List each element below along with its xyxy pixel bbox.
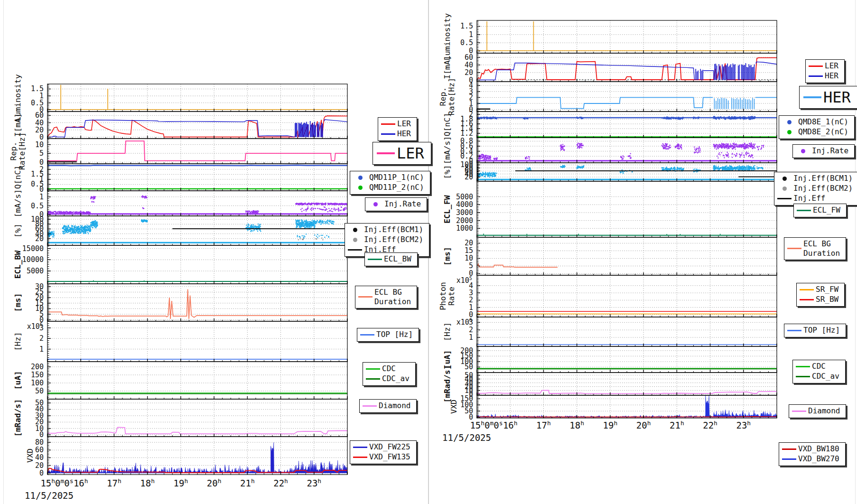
svg-text:Photon: Photon (438, 282, 447, 310)
svg-text:40: 40 (35, 453, 44, 462)
left-subplot-rep-rate-hz: 0510Rep.Rate[Hz] (9, 132, 347, 170)
left-subplot-mrad-s: 01020304050[mRad/s] (13, 399, 347, 439)
legend-line-marker (364, 374, 382, 384)
svg-text:22h: 22h (273, 477, 288, 488)
svg-text:20h: 20h (636, 420, 651, 430)
left-subplot-ma-s: 00.51[mA/s] (13, 189, 347, 219)
left-legend-ler: LERHER (378, 117, 417, 141)
right-legend-sr-fw: SR_FWSR_BW (796, 283, 845, 307)
svg-text:Rate[Hz]: Rate[Hz] (18, 132, 27, 170)
legend-item-her: HER (379, 129, 413, 139)
legend-line-marker (807, 71, 825, 81)
legend-label: LER (825, 61, 840, 71)
svg-text:5: 5 (469, 261, 473, 270)
legend-dot-marker (346, 225, 364, 235)
svg-text:10: 10 (35, 140, 44, 149)
svg-text:50: 50 (35, 399, 44, 407)
legend-line-marker (356, 292, 374, 302)
legend-label: Inj.Eff(BCM1) (793, 174, 855, 183)
background-monitor-screenshot: 00.511.5Luminosity0204060I[mA]0510Rep.Ra… (0, 0, 857, 504)
svg-text:19h: 19h (174, 477, 188, 488)
legend-line-marker (798, 295, 816, 305)
legend-label: QMD8E_1(nC) (798, 117, 850, 127)
svg-text:[ms]: [ms] (443, 247, 452, 266)
svg-text:5000: 5000 (27, 267, 44, 275)
legend-line-marker (346, 245, 364, 255)
right-legend-cdc: CDCCDC_av (792, 360, 846, 383)
right-legend-qmd8e-1-nc: QMD8E_1(nC)QMD8E_2(nC) (779, 115, 855, 139)
svg-text:17h: 17h (107, 477, 121, 488)
legend-dot-marker (775, 174, 793, 184)
legend-dot-marker (366, 199, 384, 209)
legend-item-cdc: CDC (794, 362, 841, 372)
svg-text:19h: 19h (603, 420, 618, 430)
right-legend-ler: LERHER (805, 59, 845, 83)
legend-item-ecl-bg-duration: ECL BG Duration (785, 239, 842, 258)
legend-line-marker (785, 326, 803, 336)
svg-text:[Hz]: [Hz] (443, 322, 452, 341)
svg-text:I[mA]: I[mA] (443, 56, 452, 79)
svg-text:Rate[Hz]: Rate[Hz] (447, 78, 456, 115)
svg-text:60: 60 (35, 111, 44, 120)
legend-label: VXD_BW270 (798, 454, 841, 464)
left-subplot-ecl-bw: 50001000015000ECL_BW (13, 244, 347, 284)
svg-text:3: 3 (469, 289, 473, 297)
svg-text:VXD: VXD (449, 400, 458, 414)
legend-item-sr-fw: SR_FW (798, 285, 840, 295)
svg-text:1: 1 (469, 303, 473, 312)
left-subplot-luminosity: 00.511.5Luminosity (13, 74, 347, 121)
right-legend-her: HER (799, 86, 857, 109)
legend-dot-marker (351, 173, 369, 183)
legend-item-inj-eff-bcm2: Inj.Eff(BCM2) (775, 184, 855, 194)
legend-item-top-hz: TOP [Hz] (358, 330, 415, 340)
svg-text:10000: 10000 (22, 255, 44, 264)
legend-item-inj-eff-bcm1: Inj.Eff(BCM1) (775, 174, 855, 184)
svg-text:30: 30 (35, 282, 44, 291)
legend-line-marker (794, 372, 812, 382)
legend-item-inj-rate: Inj.Rate (366, 199, 423, 209)
legend-line-marker (358, 330, 376, 340)
svg-text:40: 40 (465, 61, 473, 69)
svg-text:150: 150 (31, 371, 44, 379)
legend-line-marker (364, 364, 382, 374)
legend-item-vxd-bw180: VXD_BW180 (780, 444, 841, 454)
right-subplot-ms: 05101520[ms] (443, 237, 777, 278)
left-legend-inj-eff-bcm1: Inj.Eff(BCM1)Inj.Eff(BCM2)Inj.Eff (345, 223, 429, 257)
legend-label: CDC_av (382, 374, 411, 383)
legend-item-vxd-fw225: VXD_FW225 (351, 442, 412, 452)
svg-text:0.8: 0.8 (460, 137, 473, 145)
legend-label: HER (825, 71, 840, 81)
svg-text:0.5: 0.5 (31, 202, 44, 210)
svg-text:0: 0 (39, 469, 44, 477)
left-subplot-q-nc: 00.511.52Q[nC] (13, 164, 347, 194)
legend-line-marker (785, 243, 803, 253)
legend-item-qmd8e-1-nc: QMD8E_1(nC) (780, 117, 850, 127)
left-legend-vxd-fw225: VXD_FW225VXD_FW135 (350, 440, 417, 464)
svg-text:15: 15 (465, 246, 473, 255)
svg-text:1: 1 (469, 30, 473, 39)
legend-item-ler: LER (375, 143, 426, 163)
legend-item-qmd11p-1-nc: QMD11P_1(nC) (351, 173, 426, 183)
legend-dot-marker (794, 146, 812, 156)
legend-line-marker (351, 452, 369, 462)
legend-label: Inj.Eff(BCM2) (364, 235, 425, 244)
svg-text:1: 1 (39, 193, 44, 201)
svg-text:ECL_FW: ECL_FW (443, 195, 452, 224)
svg-text:Rep.: Rep. (438, 87, 447, 106)
legend-item-ecl-fw: ECL_FW (795, 205, 842, 215)
svg-text:21h: 21h (670, 420, 684, 430)
legend-line-marker (379, 119, 397, 129)
svg-text:[mA/s]: [mA/s] (443, 136, 452, 165)
legend-label: Inj.Eff (793, 194, 827, 203)
svg-text:100: 100 (460, 160, 473, 169)
svg-text:Rate: Rate (447, 287, 456, 306)
left-panel-chart: 00.511.5Luminosity0204060I[mA]0510Rep.Ra… (9, 74, 347, 501)
svg-text:15h0m0s: 15h0m0s (40, 477, 73, 488)
legend-item-vxd-fw135: VXD_FW135 (351, 452, 412, 462)
svg-text:15000: 15000 (22, 244, 44, 253)
svg-text:17h: 17h (536, 420, 551, 430)
right-subplot-ma-s: 00.20.40.60.8[mA/s] (443, 136, 777, 166)
right-legend-diamond: Diamond (789, 404, 846, 418)
svg-text:200: 200 (460, 346, 473, 355)
legend-label: SR_BW (816, 295, 840, 304)
